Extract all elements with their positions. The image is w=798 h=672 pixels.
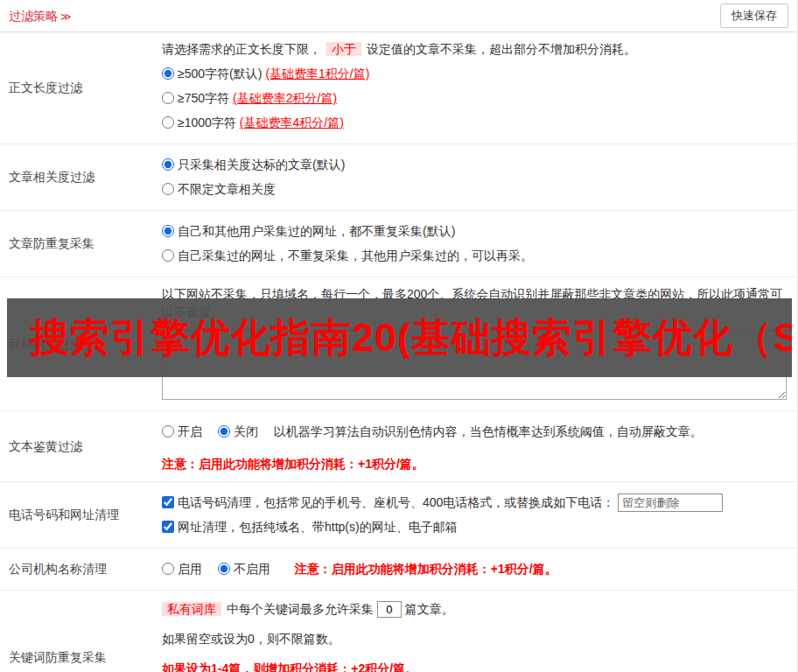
relevance-filter-content: 只采集相关度达标的文章(默认) 不限定文章相关度: [156, 144, 797, 210]
url-cleanup-checkbox[interactable]: [162, 521, 174, 533]
marquee-text: 搜索引擎优化指南20(基础搜索引擎优化（SE: [7, 308, 792, 368]
section-dedup-filter: 文章防重复采集 自己和其他用户采集过的网址，都不重复采集(默认) 自己采集过的网…: [0, 211, 797, 277]
phone-url-label: 电话号码和网址清理: [0, 482, 156, 548]
phone-cleanup-checkbox[interactable]: [162, 496, 174, 508]
relevance-option-strict[interactable]: 只采集相关度达标的文章(默认): [162, 156, 787, 174]
length-option-750[interactable]: ≥750字符(基础费率2积分/篇): [162, 89, 787, 108]
keyword-line-2: 如果留空或设为0，则不限篇数。: [162, 630, 787, 648]
section-keyword-dedup: 关键词防重复采集 私有词库中每个关键词最多允许采集 篇文章。 如果留空或设为0，…: [0, 591, 797, 672]
section-company-cleanup: 公司机构名称清理 启用 不启用 注意：启用此功能将增加积分消耗：+1积分/篇。: [0, 549, 797, 591]
section-relevance-filter: 文章相关度过滤 只采集相关度达标的文章(默认) 不限定文章相关度: [0, 144, 797, 211]
section-porn-filter: 文本鉴黄过滤 开启 关闭 以机器学习算法自动识别色情内容，当色情概率达到系统阈值…: [0, 411, 797, 482]
company-option-off-text: 不启用: [234, 562, 270, 576]
relevance-option-strict-text: 只采集相关度达标的文章(默认): [178, 158, 345, 172]
porn-filter-content: 开启 关闭 以机器学习算法自动识别色情内容，当色情概率达到系统阈值，自动屏蔽文章…: [156, 411, 797, 481]
length-option-500-text: ≥500字符(默认): [178, 66, 262, 80]
chevron-down-icon: ≫: [60, 10, 72, 23]
porn-filter-desc: 以机器学习算法自动识别色情内容，当色情概率达到系统阈值，自动屏蔽文章。: [274, 424, 703, 438]
dedup-radio-all-users[interactable]: [162, 225, 174, 237]
porn-radio-on[interactable]: [162, 425, 174, 438]
keyword-count-input[interactable]: [377, 601, 402, 618]
length-option-500[interactable]: ≥500字符(默认)(基础费率1积分/篇): [162, 65, 787, 83]
dedup-radio-self-only[interactable]: [162, 249, 174, 262]
relevance-radio-any[interactable]: [162, 183, 174, 195]
keyword-line-1: 私有词库中每个关键词最多允许采集 篇文章。: [162, 600, 787, 619]
porn-filter-options-line: 开启 关闭 以机器学习算法自动识别色情内容，当色情概率达到系统阈值，自动屏蔽文章…: [162, 416, 787, 447]
company-option-on[interactable]: 启用: [162, 560, 202, 578]
porn-filter-label: 文本鉴黄过滤: [0, 411, 156, 481]
relevance-radio-strict[interactable]: [162, 158, 174, 171]
dedup-option-self-only[interactable]: 自己采集过的网址，不重复采集，其他用户采集过的，可以再采。: [162, 247, 787, 265]
relevance-option-any-text: 不限定文章相关度: [178, 182, 276, 196]
url-cleanup-option[interactable]: 网址清理，包括纯域名、带http(s)的网址、电子邮箱: [162, 518, 787, 536]
length-radio-1000[interactable]: [162, 116, 174, 129]
keyword-line-1-end: 篇文章。: [405, 602, 454, 616]
keyword-dedup-label: 关键词防重复采集: [0, 591, 156, 672]
porn-option-on-text: 开启: [178, 424, 202, 438]
page-title-text: 过滤策略: [9, 9, 58, 23]
length-option-1000-text: ≥1000字符: [178, 116, 236, 130]
porn-filter-note: 注意：启用此功能将增加积分消耗：+1积分/篇。: [162, 455, 787, 473]
company-cleanup-line: 启用 不启用 注意：启用此功能将增加积分消耗：+1积分/篇。: [162, 554, 787, 584]
company-cleanup-content: 启用 不启用 注意：启用此功能将增加积分消耗：+1积分/篇。: [156, 549, 797, 590]
less-than-highlight: 小于: [326, 42, 361, 56]
company-option-on-text: 启用: [178, 562, 202, 576]
fee-link-1[interactable]: (基础费率1积分/篇): [265, 66, 369, 80]
phone-cleanup-option[interactable]: 电话号码清理，包括常见的手机号、座机号、400电话格式，或替换成如下电话：: [162, 495, 618, 509]
quick-save-button[interactable]: 快速保存: [720, 4, 788, 28]
length-filter-intro: 请选择需求的正文长度下限，小于设定值的文章不采集，超出部分不增加积分消耗。: [162, 40, 787, 59]
dedup-filter-label: 文章防重复采集: [0, 211, 156, 276]
phone-cleanup-text: 电话号码清理，包括常见的手机号、座机号、400电话格式，或替换成如下电话：: [178, 495, 614, 509]
dedup-option-all-users[interactable]: 自己和其他用户采集过的网址，都不重复采集(默认): [162, 222, 787, 241]
private-lexicon-highlight[interactable]: 私有词库: [162, 602, 221, 616]
phone-url-content: 电话号码清理，包括常见的手机号、座机号、400电话格式，或替换成如下电话： 网址…: [156, 482, 797, 548]
company-cleanup-note: 注意：启用此功能将增加积分消耗：+1积分/篇。: [295, 562, 557, 576]
intro-before: 请选择需求的正文长度下限，: [162, 42, 321, 56]
replacement-phone-input[interactable]: [618, 494, 723, 512]
intro-after: 设定值的文章不采集，超出部分不增加积分消耗。: [367, 42, 636, 56]
dedup-option-all-users-text: 自己和其他用户采集过的网址，都不重复采集(默认): [178, 224, 455, 238]
fee-link-3[interactable]: (基础费率4积分/篇): [240, 116, 344, 130]
dedup-filter-content: 自己和其他用户采集过的网址，都不重复采集(默认) 自己采集过的网址，不重复采集，…: [156, 211, 797, 276]
length-option-1000[interactable]: ≥1000字符(基础费率4积分/篇): [162, 114, 787, 132]
page-title[interactable]: 过滤策略≫: [9, 7, 72, 25]
length-option-750-text: ≥750字符: [178, 91, 229, 105]
keyword-line-1-mid: 中每个关键词最多允许采集: [227, 602, 374, 616]
keyword-line-3-note: 如果设为1-4篇，则增加积分消耗：+2积分/篇。: [162, 660, 787, 672]
section-phone-url-cleanup: 电话号码和网址清理 电话号码清理，包括常见的手机号、座机号、400电话格式，或替…: [0, 482, 797, 549]
phone-cleanup-line: 电话号码清理，包括常见的手机号、座机号、400电话格式，或替换成如下电话：: [162, 494, 787, 512]
length-radio-500[interactable]: [162, 67, 174, 80]
company-option-off[interactable]: 不启用: [218, 560, 270, 578]
length-filter-content: 请选择需求的正文长度下限，小于设定值的文章不采集，超出部分不增加积分消耗。 ≥5…: [156, 32, 797, 144]
length-radio-750[interactable]: [162, 92, 174, 104]
porn-option-on[interactable]: 开启: [162, 423, 202, 441]
keyword-dedup-content: 私有词库中每个关键词最多允许采集 篇文章。 如果留空或设为0，则不限篇数。 如果…: [156, 591, 797, 672]
porn-radio-off[interactable]: [218, 425, 230, 438]
relevance-option-any[interactable]: 不限定文章相关度: [162, 180, 787, 199]
porn-option-off[interactable]: 关闭: [218, 423, 258, 441]
relevance-filter-label: 文章相关度过滤: [0, 144, 156, 210]
url-cleanup-text: 网址清理，包括纯域名、带http(s)的网址、电子邮箱: [178, 520, 458, 534]
company-cleanup-label: 公司机构名称清理: [0, 549, 156, 590]
company-radio-on[interactable]: [162, 563, 174, 575]
company-radio-off[interactable]: [218, 563, 230, 575]
length-filter-label: 正文长度过滤: [0, 32, 156, 144]
header-bar: 过滤策略≫ 快速保存: [0, 0, 797, 32]
dedup-option-self-only-text: 自己采集过的网址，不重复采集，其他用户采集过的，可以再采。: [178, 248, 533, 262]
fee-link-2[interactable]: (基础费率2积分/篇): [233, 91, 337, 105]
section-length-filter: 正文长度过滤 请选择需求的正文长度下限，小于设定值的文章不采集，超出部分不增加积…: [0, 32, 797, 144]
porn-option-off-text: 关闭: [234, 424, 258, 438]
marquee-overlay: 搜索引擎优化指南20(基础搜索引擎优化（SE: [7, 298, 792, 377]
